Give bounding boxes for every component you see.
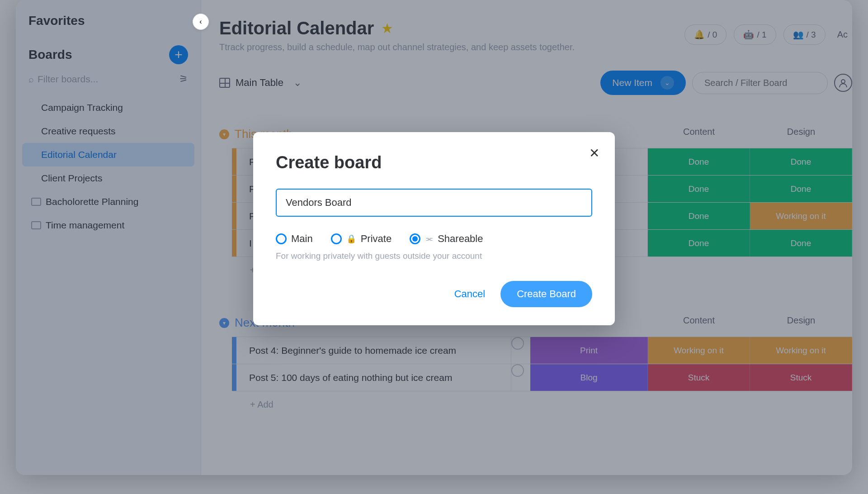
visibility-option[interactable]: Main — [276, 233, 313, 245]
share-icon: ⫘ — [425, 234, 433, 244]
radio-icon — [410, 233, 420, 244]
visibility-option[interactable]: 🔒Private — [331, 233, 392, 245]
chevron-left-icon: ‹ — [199, 18, 202, 26]
close-button[interactable]: ✕ — [589, 146, 599, 161]
visibility-option[interactable]: ⫘Shareable — [410, 233, 483, 245]
close-icon: ✕ — [589, 146, 599, 160]
create-board-button[interactable]: Create Board — [500, 281, 592, 307]
option-label: Shareable — [438, 233, 483, 245]
radio-icon — [331, 233, 342, 244]
option-label: Main — [291, 233, 313, 245]
modal-overlay: ✕ Create board Main🔒Private⫘Shareable Fo… — [0, 0, 868, 494]
create-board-modal: ✕ Create board Main🔒Private⫘Shareable Fo… — [253, 132, 615, 325]
radio-icon — [276, 233, 287, 244]
board-name-input[interactable] — [276, 189, 592, 217]
collapse-sidebar-button[interactable]: ‹ — [193, 14, 209, 30]
cancel-button[interactable]: Cancel — [454, 288, 485, 300]
option-description: For working privately with guests outsid… — [276, 251, 592, 261]
option-label: Private — [361, 233, 392, 245]
modal-title: Create board — [276, 153, 592, 172]
lock-icon: 🔒 — [346, 234, 356, 244]
